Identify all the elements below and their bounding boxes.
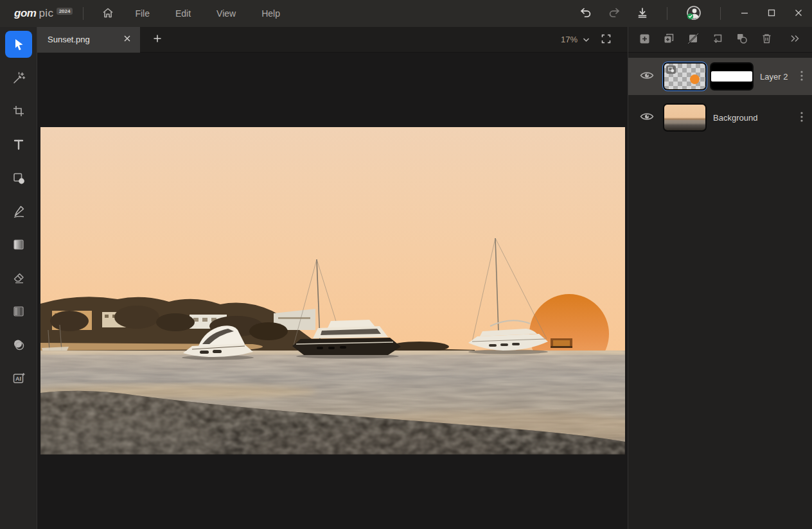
gradient-tool-button[interactable] <box>5 231 32 258</box>
text-icon <box>12 137 26 152</box>
shape-icon <box>12 171 26 185</box>
shape-layer-badge-icon <box>666 65 676 74</box>
app-window: gom pic 2024 File Edit View Help <box>0 0 812 529</box>
trash-icon <box>761 33 772 46</box>
layer-name: Background <box>713 113 795 123</box>
eraser-tool-button[interactable] <box>5 264 32 291</box>
export-button[interactable] <box>628 0 657 27</box>
delete-layer-button[interactable] <box>755 30 777 49</box>
menu-view[interactable]: View <box>204 0 249 27</box>
kebab-icon <box>800 112 803 124</box>
logo-text-bold: gom <box>14 7 36 20</box>
titlebar-left: gom pic 2024 File Edit View Help <box>0 0 293 27</box>
duplicate-layer-icon <box>663 33 675 46</box>
layer-visibility-toggle[interactable] <box>639 110 655 125</box>
center-column: Sunset.png 17% <box>37 27 628 529</box>
select-tool-button[interactable] <box>5 31 32 58</box>
home-button[interactable] <box>94 0 122 27</box>
layer-thumbnail-photo[interactable] <box>663 103 707 132</box>
ai-tool-button[interactable]: AI <box>5 365 32 392</box>
logo-year-badge: 2024 <box>57 8 73 15</box>
canvas-area[interactable] <box>37 53 628 529</box>
tool-rail: AI <box>0 27 37 529</box>
close-icon <box>794 8 803 19</box>
magic-wand-icon <box>12 71 26 85</box>
layer-options-button[interactable] <box>798 68 806 85</box>
logo-text-light: pic <box>39 7 53 20</box>
kebab-icon <box>800 71 803 83</box>
chevron-down-icon <box>583 35 590 44</box>
brush-tool-button[interactable] <box>5 198 32 225</box>
divider <box>720 7 721 20</box>
filter-tool-button[interactable] <box>5 298 32 325</box>
gradient-icon <box>12 238 26 252</box>
divider <box>667 7 667 20</box>
chevrons-right-icon <box>790 35 800 44</box>
fit-screen-icon <box>601 34 611 46</box>
canvas-image[interactable] <box>40 127 625 455</box>
shape-tool-button[interactable] <box>5 164 32 191</box>
redo-button[interactable] <box>600 0 628 27</box>
menu-file[interactable]: File <box>122 0 163 27</box>
layers-toolbar <box>628 27 812 53</box>
tab-close-icon <box>123 35 131 44</box>
layer-name: Layer 2 <box>760 72 795 82</box>
magic-wand-tool-button[interactable] <box>5 64 32 91</box>
tab-close-button[interactable] <box>121 32 134 47</box>
new-tab-icon <box>153 34 162 45</box>
crop-tool-button[interactable] <box>5 98 32 125</box>
eraser-icon <box>12 271 26 285</box>
orange-circle-shape <box>690 74 700 84</box>
maximize-button[interactable] <box>758 0 785 27</box>
export-icon <box>636 6 649 21</box>
titlebar-right <box>572 0 812 27</box>
document-tab-sunset[interactable]: Sunset.png <box>37 27 140 53</box>
eye-icon <box>640 71 654 82</box>
minimize-button[interactable] <box>731 0 758 27</box>
blur-sphere-icon <box>12 338 26 352</box>
close-button[interactable] <box>785 0 812 27</box>
layer-thumbnail-shape[interactable] <box>663 62 707 91</box>
layer-row-layer2[interactable]: Layer 2 <box>628 58 812 95</box>
layer-thumbnail-mask[interactable] <box>710 62 754 91</box>
cursor-icon <box>12 37 26 51</box>
layer-options-button[interactable] <box>798 109 806 126</box>
new-tab-button[interactable] <box>149 30 166 49</box>
move-layer-button[interactable] <box>707 30 728 49</box>
layer-mask-icon <box>687 33 699 46</box>
tab-title: Sunset.png <box>48 35 121 44</box>
menu-edit[interactable]: Edit <box>163 0 204 27</box>
layers-panel: Layer 2 <box>628 27 812 529</box>
undo-button[interactable] <box>572 0 600 27</box>
mask-band <box>711 71 752 82</box>
home-icon <box>102 6 114 21</box>
maximize-icon <box>767 8 776 19</box>
text-tool-button[interactable] <box>5 131 32 158</box>
account-button[interactable] <box>678 0 710 27</box>
menu-help[interactable]: Help <box>249 0 293 27</box>
redo-icon <box>608 6 621 21</box>
eye-icon <box>640 112 654 123</box>
merge-shapes-icon <box>736 33 748 46</box>
move-layer-icon <box>712 33 723 46</box>
crop-icon <box>12 104 26 118</box>
minimize-icon <box>740 8 749 19</box>
zoom-level-value: 17% <box>561 35 578 44</box>
add-layer-button[interactable] <box>633 30 655 49</box>
main-area: AI Sunset.png <box>0 27 812 529</box>
layer-visibility-toggle[interactable] <box>639 69 655 83</box>
brush-icon <box>12 204 26 218</box>
divider <box>83 7 84 20</box>
titlebar: gom pic 2024 File Edit View Help <box>0 0 812 27</box>
fit-screen-button[interactable] <box>599 31 613 48</box>
undo-icon <box>579 6 592 21</box>
app-logo: gom pic 2024 <box>14 7 73 20</box>
blur-tool-button[interactable] <box>5 331 32 358</box>
layer-mask-button[interactable] <box>682 30 704 49</box>
merge-shapes-button[interactable] <box>731 30 753 49</box>
layer-row-background[interactable]: Background <box>628 99 812 136</box>
zoom-level-control[interactable]: 17% <box>561 35 590 44</box>
more-options-button[interactable] <box>784 30 806 49</box>
duplicate-layer-button[interactable] <box>658 30 680 49</box>
filter-icon <box>12 304 26 318</box>
